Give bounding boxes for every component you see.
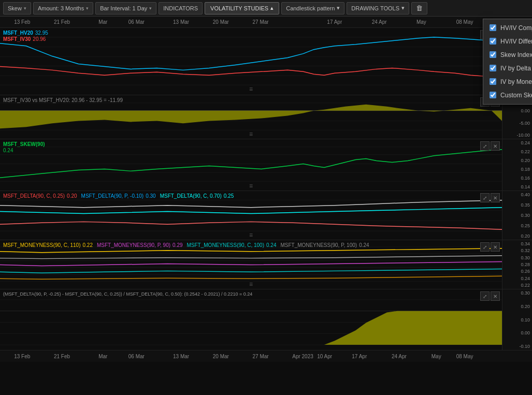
dropdown-item-iv-by-delta[interactable]: IV by Delta xyxy=(483,62,532,75)
legend-skew-label: MSFT_SKEW(90) xyxy=(3,141,45,147)
panel3-y-label-1: 0.22 xyxy=(505,149,530,154)
bar-interval-chevron: ▾ xyxy=(149,6,152,11)
amount-chevron: ▾ xyxy=(86,6,89,11)
skew-dropdown[interactable]: Skew ▾ xyxy=(3,2,31,14)
panel5-y-axis: ⤢ ✕ 0.34 0.32 0.30 0.28 0.26 0.24 0.22 xyxy=(502,240,532,289)
panel-hv-iv-differential: MSFT_IV30 vs MSFT_HV20: 20.96 - 32.95 = … xyxy=(0,95,532,139)
candlestick-label: Candlestick pattern xyxy=(286,5,335,11)
date-label-2: Mar xyxy=(98,19,107,25)
panel4-separator-icon: ≡ xyxy=(249,231,253,239)
legend-delta3-value: 0.25 xyxy=(224,193,234,199)
legend-m2-val: 0.29 xyxy=(172,242,182,248)
panel3-y-label-2: 0.20 xyxy=(505,158,530,163)
indicators-button[interactable]: INDICATORS xyxy=(159,2,203,14)
panel3-y-label-0: 0.24 xyxy=(505,140,530,145)
dropdown-item-iv-by-moneyness[interactable]: IV by Moneyness xyxy=(483,75,532,89)
panel4-expand-btn[interactable]: ⤢ xyxy=(480,193,490,202)
panel3-close-btn[interactable]: ✕ xyxy=(491,141,500,151)
panel6-content: (MSFT_DELTA(90, P, -0.25) - MSFT_DELTA(9… xyxy=(0,289,502,350)
panel6-formula: (MSFT_DELTA(90, P, -0.25) - MSFT_DELTA(9… xyxy=(3,291,252,297)
bot-date-12: 08 May xyxy=(456,354,473,359)
volatility-dropdown-menu: HV/IV Comparison HV/IV Differential Skew… xyxy=(483,19,532,105)
dropdown-item-custom-skew-ratios[interactable]: Custom Skew Ratios xyxy=(483,89,532,102)
checkbox-iv-by-moneyness[interactable] xyxy=(490,78,496,85)
bot-date-8: 10 Apr xyxy=(317,354,332,359)
panel3-expand-btn[interactable]: ⤢ xyxy=(480,141,490,151)
panel6-y-label-0: 0.30 xyxy=(505,290,530,296)
panel5-y-label-3: 0.28 xyxy=(505,262,530,267)
dropdown-item-label-custom-skew-ratios: Custom Skew Ratios xyxy=(500,92,532,99)
panel1-legend: MSFT_HV20 32.95 MSFT_IV30 20.96 xyxy=(3,30,48,42)
panel6-expand-btn[interactable]: ⤢ xyxy=(480,291,490,301)
panel3-content: MSFT_SKEW(90) 0.24 ≡ xyxy=(0,139,502,191)
panel4-y-label-4: 0.20 xyxy=(505,233,530,239)
panel5-y-label-6: 0.22 xyxy=(505,283,530,288)
bot-date-11: May xyxy=(432,354,441,359)
dropdown-item-label-iv-by-moneyness: IV by Moneyness xyxy=(500,78,532,85)
amount-dropdown[interactable]: Amount: 3 Months ▾ xyxy=(33,2,93,14)
checkbox-iv-by-delta[interactable] xyxy=(490,65,496,71)
indicators-label: INDICATORS xyxy=(163,5,198,11)
panel4-y-label-3: 0.25 xyxy=(505,223,530,228)
panel5-tools: ⤢ ✕ xyxy=(480,242,500,252)
panel-skew-indexes: MSFT_SKEW(90) 0.24 ≡ xyxy=(0,139,532,191)
panel5-y-label-1: 0.32 xyxy=(505,248,530,253)
bot-date-6: 27 Mar xyxy=(253,354,269,359)
bot-date-7: Apr 2023 xyxy=(292,354,313,359)
bar-interval-dropdown[interactable]: Bar Interval: 1 Day ▾ xyxy=(95,2,156,14)
panel5-y-label-2: 0.30 xyxy=(505,255,530,260)
legend-delta1-value: 0.20 xyxy=(67,193,77,199)
checkbox-hv-iv-differential[interactable] xyxy=(490,38,496,45)
dropdown-item-label-hv-iv-differential: HV/IV Differential xyxy=(500,38,532,45)
panel5-expand-btn[interactable]: ⤢ xyxy=(480,242,490,252)
trash-button[interactable]: 🗑 xyxy=(411,2,427,14)
panel2-content: MSFT_IV30 vs MSFT_HV20: 20.96 - 32.95 = … xyxy=(0,95,502,139)
panel4-y-label-2: 0.30 xyxy=(505,213,530,218)
bot-date-10: 24 Apr xyxy=(392,354,407,359)
panel6-chart-svg xyxy=(0,289,502,350)
legend-row-skew: MSFT_SKEW(90) xyxy=(3,141,45,147)
panel3-y-label-3: 0.18 xyxy=(505,167,530,172)
panel2-y-label-2: -5.00 xyxy=(505,121,530,126)
drawing-tools-dropdown[interactable]: DRAWING TOOLS ▾ xyxy=(347,2,409,14)
dropdown-item-label-hv-iv-comparison: HV/IV Comparison xyxy=(500,24,532,32)
date-label-0: 13 Feb xyxy=(14,19,30,25)
checkbox-hv-iv-comparison[interactable] xyxy=(490,24,496,31)
dropdown-item-hv-iv-differential[interactable]: HV/IV Differential xyxy=(483,35,532,48)
bottom-date-labels: 13 Feb 21 Feb Mar 06 Mar 13 Mar 20 Mar 2… xyxy=(4,350,501,362)
legend-delta1-label: MSFT_DELTA(90, C, 0.25) xyxy=(3,193,65,199)
candlestick-pattern-dropdown[interactable]: Candlestick pattern ▾ xyxy=(281,2,344,14)
drawing-tools-label: DRAWING TOOLS xyxy=(351,5,399,11)
bot-date-3: 06 Mar xyxy=(128,354,145,359)
panel5-close-btn[interactable]: ✕ xyxy=(491,242,500,252)
volatility-studies-button[interactable]: VOLATILITY STUDIES ▴ xyxy=(205,2,279,14)
panel3-y-label-5: 0.14 xyxy=(505,184,530,189)
checkbox-skew-indexes[interactable] xyxy=(490,51,496,58)
date-label-7: 17 Apr xyxy=(327,19,342,25)
panel6-close-btn[interactable]: ✕ xyxy=(491,291,500,301)
legend-skew-value: 0.24 xyxy=(3,148,13,153)
chart-container: 13 Feb 21 Feb Mar 06 Mar 13 Mar 20 Mar 2… xyxy=(0,17,532,395)
checkbox-custom-skew-ratios[interactable] xyxy=(490,92,496,98)
dropdown-item-label-iv-by-delta: IV by Delta xyxy=(500,65,531,72)
legend-hv20-label: MSFT_HV20 xyxy=(3,30,33,36)
dropdown-item-skew-indexes[interactable]: Skew Indexes xyxy=(483,48,532,62)
panel5-y-label-0: 0.34 xyxy=(505,241,530,246)
panel4-y-label-1: 0.35 xyxy=(505,202,530,208)
drawing-tools-chevron: ▾ xyxy=(401,5,405,11)
legend-row-delta1: MSFT_DELTA(90, C, 0.25) 0.20 MSFT_DELTA(… xyxy=(3,193,234,199)
date-label-5: 20 Mar xyxy=(213,19,229,25)
skew-chevron: ▾ xyxy=(24,6,26,11)
panel1-content: MSFT_HV20 32.95 MSFT_IV30 20.96 xyxy=(0,28,502,95)
candlestick-chevron: ▾ xyxy=(337,5,340,11)
panel1-separator-icon: ≡ xyxy=(249,85,253,93)
panel6-y-axis: ⤢ ✕ 0.30 0.20 0.10 0.00 -0.10 xyxy=(502,289,532,350)
volatility-chevron-up: ▴ xyxy=(270,5,274,11)
dropdown-item-hv-iv-comparison[interactable]: HV/IV Comparison xyxy=(483,21,532,35)
panel-custom-skew-ratios: (MSFT_DELTA(90, P, -0.25) - MSFT_DELTA(9… xyxy=(0,289,532,350)
panel4-close-btn[interactable]: ✕ xyxy=(491,193,500,202)
legend-delta2-value: 0.30 xyxy=(146,193,155,199)
date-label-9: May xyxy=(416,19,426,25)
panel2-info: MSFT_IV30 vs MSFT_HV20: 20.96 - 32.95 = … xyxy=(3,97,123,103)
svg-marker-10 xyxy=(0,105,502,128)
